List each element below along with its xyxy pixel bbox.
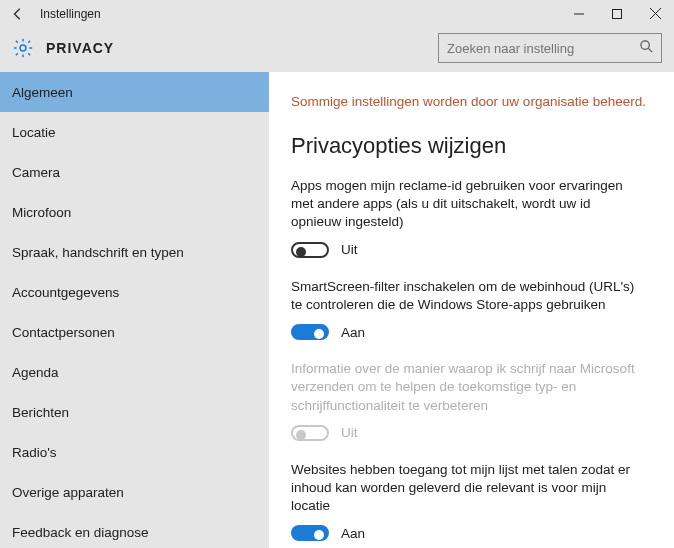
toggle-row: Uit [291,242,654,258]
toggle-row: Aan [291,525,654,541]
svg-rect-1 [613,9,622,18]
toggle-row: Uit [291,425,654,441]
search-icon[interactable] [639,39,654,58]
setting-label: SmartScreen-filter inschakelen om de web… [291,278,641,314]
sidebar-item-locatie[interactable]: Locatie [0,112,269,152]
sidebar-item-agenda[interactable]: Agenda [0,352,269,392]
svg-point-4 [20,45,26,51]
minimize-button[interactable] [560,0,598,28]
sidebar: AlgemeenLocatieCameraMicrofoonSpraak, ha… [0,72,269,548]
section-heading: Privacyopties wijzigen [291,133,654,159]
toggle-state-text: Uit [341,425,358,440]
sidebar-item-overige-apparaten[interactable]: Overige apparaten [0,472,269,512]
svg-point-5 [641,41,649,49]
sidebar-item-accountgegevens[interactable]: Accountgegevens [0,272,269,312]
titlebar: Instellingen [0,0,674,28]
setting-label: Websites hebben toegang tot mijn lijst m… [291,461,641,516]
toggle-switch[interactable] [291,242,329,258]
toggle-switch[interactable] [291,324,329,340]
setting-label: Informatie over de manier waarop ik schr… [291,360,641,415]
setting-2: Informatie over de manier waarop ik schr… [291,360,654,441]
sidebar-item-microfoon[interactable]: Microfoon [0,192,269,232]
svg-line-6 [648,48,652,52]
settings-gear-icon [12,37,34,59]
toggle-row: Aan [291,324,654,340]
setting-1: SmartScreen-filter inschakelen om de web… [291,278,654,340]
toggle-switch[interactable] [291,525,329,541]
org-managed-notice: Sommige instellingen worden door uw orga… [291,94,654,109]
page-title: PRIVACY [46,40,114,56]
sidebar-item-spraak-handschrift-en-typen[interactable]: Spraak, handschrift en typen [0,232,269,272]
maximize-button[interactable] [598,0,636,28]
sidebar-item-algemeen[interactable]: Algemeen [0,72,269,112]
toggle-state-text: Uit [341,242,358,257]
content-area: Sommige instellingen worden door uw orga… [269,72,674,548]
window-title: Instellingen [40,7,101,21]
toggle-state-text: Aan [341,526,365,541]
search-input[interactable] [438,33,662,63]
search-wrap [438,33,662,63]
toggle-switch [291,425,329,441]
sidebar-item-radio-s[interactable]: Radio's [0,432,269,472]
toggle-state-text: Aan [341,325,365,340]
setting-label: Apps mogen mijn reclame-id gebruiken voo… [291,177,641,232]
close-button[interactable] [636,0,674,28]
sidebar-item-contactpersonen[interactable]: Contactpersonen [0,312,269,352]
setting-0: Apps mogen mijn reclame-id gebruiken voo… [291,177,654,258]
sidebar-item-feedback-en-diagnose[interactable]: Feedback en diagnose [0,512,269,548]
sidebar-item-camera[interactable]: Camera [0,152,269,192]
header: PRIVACY [0,28,674,72]
setting-3: Websites hebben toegang tot mijn lijst m… [291,461,654,542]
sidebar-item-berichten[interactable]: Berichten [0,392,269,432]
back-button[interactable] [0,7,36,21]
